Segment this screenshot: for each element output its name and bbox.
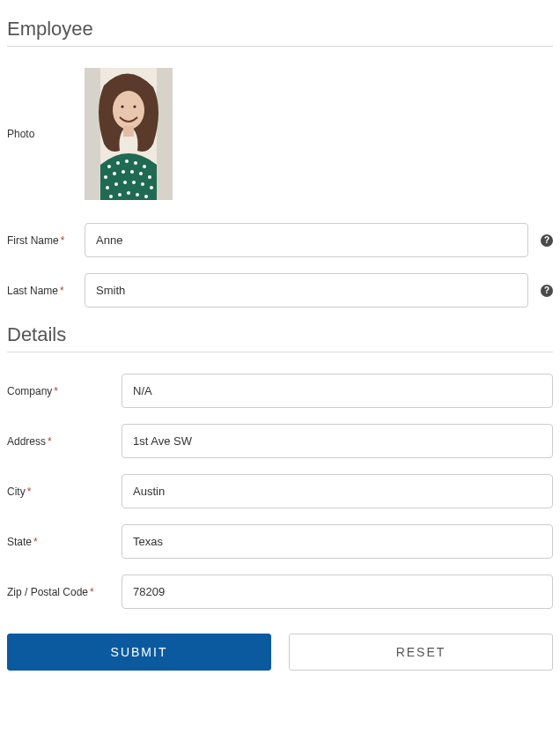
label-address: Address* (7, 435, 122, 448)
svg-rect-5 (123, 126, 134, 137)
svg-point-25 (127, 191, 130, 195)
svg-point-7 (116, 161, 120, 165)
svg-point-2 (113, 91, 144, 130)
state-field[interactable] (122, 524, 553, 559)
help-icon[interactable]: ? (541, 285, 553, 297)
label-photo: Photo (7, 128, 85, 140)
employee-photo-image (85, 68, 173, 200)
divider (7, 46, 553, 47)
svg-point-21 (141, 182, 144, 186)
svg-point-16 (148, 175, 151, 179)
section-title-details: Details (7, 323, 553, 346)
svg-point-6 (107, 165, 111, 168)
svg-point-17 (106, 186, 109, 189)
last-name-field[interactable] (85, 273, 528, 308)
svg-point-13 (122, 170, 125, 174)
label-company: Company* (7, 385, 122, 397)
svg-point-27 (144, 195, 148, 198)
reset-button[interactable]: RESET (289, 634, 553, 671)
zip-field[interactable] (122, 575, 553, 609)
svg-point-24 (118, 193, 122, 196)
help-icon[interactable]: ? (541, 234, 553, 247)
svg-point-23 (109, 195, 113, 198)
svg-point-12 (113, 172, 116, 175)
svg-point-19 (123, 181, 127, 184)
svg-point-11 (104, 175, 107, 179)
employee-photo (85, 68, 173, 200)
svg-point-20 (132, 181, 136, 184)
svg-point-10 (143, 165, 146, 168)
svg-point-26 (136, 193, 139, 196)
svg-point-22 (150, 186, 153, 189)
svg-point-8 (125, 159, 129, 163)
submit-button[interactable]: SUBMIT (7, 634, 271, 671)
label-first-name: First Name* (7, 234, 85, 247)
svg-point-3 (121, 105, 123, 108)
svg-point-9 (134, 161, 137, 165)
svg-point-4 (133, 105, 136, 108)
svg-point-15 (139, 172, 143, 175)
city-field[interactable] (122, 474, 553, 508)
section-title-employee: Employee (7, 18, 553, 41)
divider (7, 352, 553, 352)
label-zip: Zip / Postal Code* (7, 586, 122, 598)
svg-point-18 (114, 182, 118, 186)
address-field[interactable] (122, 424, 553, 458)
svg-point-14 (130, 170, 134, 174)
first-name-field[interactable] (85, 223, 528, 257)
label-city: City* (7, 486, 122, 498)
company-field[interactable] (122, 374, 553, 408)
label-state: State* (7, 536, 122, 548)
label-last-name: Last Name* (7, 285, 85, 297)
